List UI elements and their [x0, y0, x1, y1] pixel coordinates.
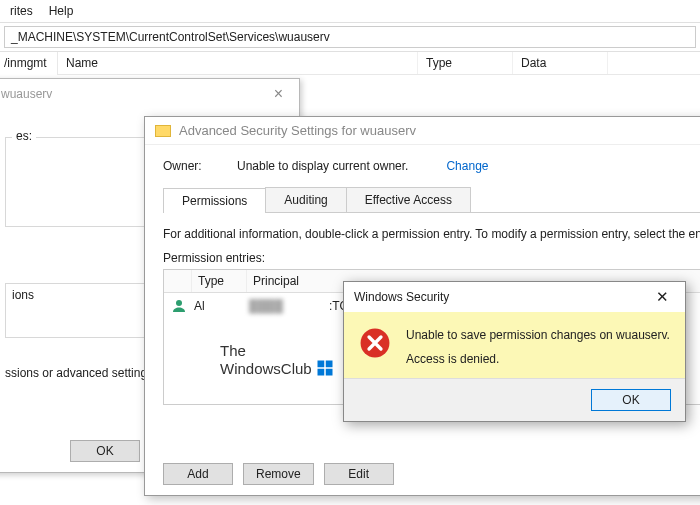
entry-principal-blur: ████: [249, 299, 329, 313]
svg-rect-1: [317, 361, 324, 368]
address-bar[interactable]: _MACHINE\SYSTEM\CurrentControlSet\Servic…: [4, 26, 696, 48]
error-icon: [358, 326, 392, 360]
error-line2: Access is denied.: [406, 350, 670, 368]
info-text: For additional information, double-click…: [163, 227, 700, 241]
watermark: The WindowsClub: [220, 342, 334, 377]
svg-rect-4: [325, 369, 332, 376]
entries-label: Permission entries:: [163, 251, 700, 265]
column-headers: Name Type Data: [58, 52, 700, 75]
error-message: Unable to save permission changes on wua…: [406, 326, 670, 368]
advanced-title: Advanced Security Settings for wuauserv: [179, 123, 416, 138]
ok-button[interactable]: OK: [70, 440, 140, 462]
svg-point-0: [176, 300, 182, 306]
tab-strip: Permissions Auditing Effective Access: [163, 187, 700, 213]
owner-label: Owner:: [163, 159, 213, 173]
svg-rect-3: [317, 369, 324, 376]
user-icon: [170, 297, 188, 315]
remove-entry-button[interactable]: Remove: [243, 463, 314, 485]
close-icon[interactable]: ×: [268, 85, 289, 103]
windows-logo-icon: [316, 359, 334, 377]
permissions-title: wuauserv: [1, 87, 52, 101]
folder-icon: [155, 125, 171, 137]
windows-security-dialog: Windows Security ✕ Unable to save permis…: [343, 281, 686, 422]
col-type[interactable]: Type: [418, 52, 513, 74]
menubar[interactable]: rites Help: [0, 0, 700, 23]
col-type[interactable]: Type: [192, 270, 247, 292]
menu-help[interactable]: Help: [43, 2, 80, 20]
watermark-line1: The: [220, 342, 334, 359]
error-titlebar[interactable]: Windows Security ✕: [344, 282, 685, 312]
group-users-label: es:: [12, 129, 36, 143]
col-data[interactable]: Data: [513, 52, 608, 74]
tab-auditing[interactable]: Auditing: [265, 187, 346, 212]
svg-rect-2: [325, 361, 332, 368]
change-owner-link[interactable]: Change: [446, 159, 488, 173]
tab-effective-access[interactable]: Effective Access: [346, 187, 471, 212]
error-line1: Unable to save permission changes on wua…: [406, 326, 670, 344]
col-name[interactable]: Name: [58, 52, 418, 74]
tree-pane[interactable]: /inmgmt: [0, 52, 58, 75]
close-icon[interactable]: ✕: [650, 288, 675, 306]
watermark-line2: WindowsClub: [220, 360, 312, 377]
list-pane: Name Type Data: [58, 52, 700, 75]
error-title: Windows Security: [354, 290, 449, 304]
add-entry-button[interactable]: Add: [163, 463, 233, 485]
owner-value: Unable to display current owner.: [237, 159, 408, 173]
permissions-titlebar[interactable]: wuauserv ×: [0, 79, 299, 109]
entry-type: Al: [194, 299, 249, 313]
ok-button[interactable]: OK: [591, 389, 671, 411]
advanced-titlebar[interactable]: Advanced Security Settings for wuauserv: [145, 117, 700, 145]
owner-row: Owner: Unable to display current owner. …: [163, 159, 700, 173]
edit-entry-button[interactable]: Edit: [324, 463, 394, 485]
menu-favorites[interactable]: rites: [4, 2, 39, 20]
tree-item[interactable]: /inmgmt: [4, 56, 47, 70]
tab-permissions[interactable]: Permissions: [163, 188, 266, 213]
